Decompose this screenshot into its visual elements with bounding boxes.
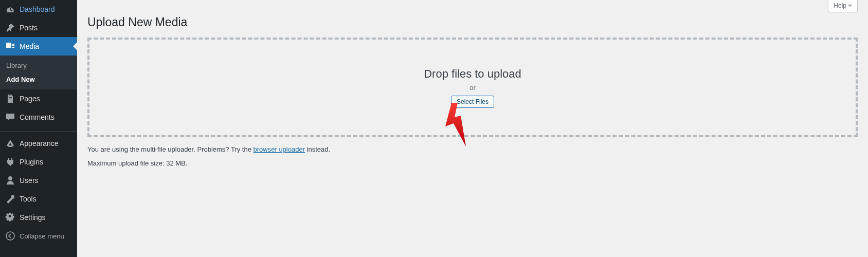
- dashboard-icon: [5, 4, 15, 14]
- pages-icon: [5, 94, 15, 104]
- main-content: Help Upload New Media Drop files to uplo…: [77, 0, 868, 257]
- sidebar-item-label: Plugins: [20, 158, 43, 166]
- sidebar-item-users[interactable]: Users: [0, 171, 77, 190]
- sidebar-item-comments[interactable]: Comments: [0, 108, 77, 126]
- uploader-hint: You are using the multi-file uploader. P…: [87, 145, 858, 153]
- sidebar-item-label: Media: [20, 42, 39, 50]
- help-tab-button[interactable]: Help: [828, 0, 858, 12]
- drop-zone-or: or: [469, 84, 476, 91]
- sidebar-item-label: Tools: [20, 195, 37, 203]
- sidebar-item-pages[interactable]: Pages: [0, 89, 77, 108]
- tools-icon: [5, 194, 15, 204]
- appearance-icon: [5, 138, 15, 149]
- chevron-down-icon: [848, 5, 852, 9]
- hint-prefix: You are using the multi-file uploader. P…: [87, 145, 254, 153]
- sidebar-item-label: Appearance: [20, 139, 59, 148]
- sidebar-separator: [0, 129, 77, 132]
- svg-point-0: [6, 232, 14, 240]
- plugins-icon: [5, 157, 15, 167]
- comments-icon: [5, 112, 15, 122]
- sidebar-item-appearance[interactable]: Appearance: [0, 134, 77, 153]
- upload-drop-zone[interactable]: Drop files to upload or Select Files: [87, 38, 858, 137]
- sidebar-item-label: Dashboard: [20, 5, 55, 13]
- pin-icon: [5, 23, 15, 33]
- sidebar-item-dashboard[interactable]: Dashboard: [0, 0, 77, 19]
- collapse-icon: [5, 231, 15, 241]
- browser-uploader-link[interactable]: browser uploader: [254, 145, 305, 153]
- sidebar-item-settings[interactable]: Settings: [0, 208, 77, 227]
- admin-sidebar: Dashboard Posts Media Library Add New Pa…: [0, 0, 77, 257]
- sidebar-collapse-label: Collapse menu: [20, 232, 64, 240]
- sidebar-item-tools[interactable]: Tools: [0, 190, 77, 208]
- sidebar-item-media[interactable]: Media: [0, 37, 77, 56]
- sidebar-item-label: Pages: [20, 95, 40, 103]
- select-files-button[interactable]: Select Files: [451, 96, 494, 108]
- sidebar-item-label: Settings: [20, 213, 46, 222]
- settings-icon: [5, 212, 15, 223]
- sidebar-collapse[interactable]: Collapse menu: [0, 227, 77, 245]
- sidebar-sub-library[interactable]: Library: [0, 59, 77, 72]
- help-label: Help: [834, 2, 846, 9]
- users-icon: [5, 175, 15, 186]
- sidebar-sub-add-new[interactable]: Add New: [0, 72, 77, 86]
- sidebar-item-label: Users: [20, 176, 39, 185]
- sidebar-item-posts[interactable]: Posts: [0, 19, 77, 37]
- media-icon: [5, 41, 15, 51]
- page-title: Upload New Media: [87, 15, 858, 29]
- sidebar-submenu-media: Library Add New: [0, 56, 77, 89]
- max-upload-size: Maximum upload file size: 32 MB.: [87, 159, 858, 167]
- sidebar-item-plugins[interactable]: Plugins: [0, 153, 77, 171]
- sidebar-item-label: Posts: [20, 24, 38, 32]
- drop-zone-title: Drop files to upload: [424, 67, 521, 81]
- sidebar-item-label: Comments: [20, 113, 55, 121]
- hint-suffix: instead.: [305, 145, 330, 153]
